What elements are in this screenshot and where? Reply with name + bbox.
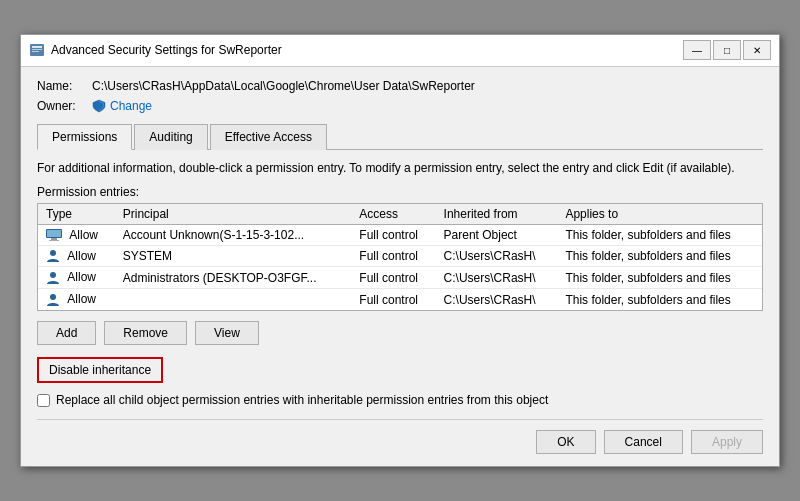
cell-access-3: Full control [351,289,435,310]
computer-icon [46,228,65,242]
cell-inherited-0: Parent Object [436,224,558,245]
tab-permissions[interactable]: Permissions [37,124,132,150]
cell-applies-3: This folder, subfolders and files [557,289,762,310]
bottom-buttons: OK Cancel Apply [37,419,763,454]
col-inherited: Inherited from [436,204,558,225]
name-row: Name: C:\Users\CRasH\AppData\Local\Googl… [37,79,763,93]
cell-access-0: Full control [351,224,435,245]
user-icon [46,249,63,263]
svg-rect-2 [32,49,42,50]
cell-principal-1: SYSTEM [115,245,352,267]
name-value: C:\Users\CRasH\AppData\Local\Google\Chro… [92,79,475,93]
cell-type: Allow [38,224,115,245]
cell-access-1: Full control [351,245,435,267]
info-text: For additional information, double-click… [37,160,763,177]
permissions-label: Permission entries: [37,185,763,199]
change-link[interactable]: Change [92,99,152,113]
permissions-table: Type Principal Access Inherited from App… [38,204,762,310]
table-body: Allow Account Unknown(S-1-15-3-102... Fu… [38,224,762,310]
cell-principal-0: Account Unknown(S-1-15-3-102... [115,224,352,245]
title-controls: — □ ✕ [683,40,771,60]
name-label: Name: [37,79,92,93]
remove-button[interactable]: Remove [104,321,187,345]
col-access: Access [351,204,435,225]
checkbox-row: Replace all child object permission entr… [37,393,763,407]
disable-inheritance-button[interactable]: Disable inheritance [37,357,163,383]
cell-inherited-1: C:\Users\CRasH\ [436,245,558,267]
svg-rect-3 [32,51,39,52]
svg-rect-1 [32,46,42,48]
table-row[interactable]: Allow Administrators (DESKTOP-O3FGF... F… [38,267,762,289]
col-principal: Principal [115,204,352,225]
table-row[interactable]: Allow Full control C:\Users\CRasH\ This … [38,289,762,310]
svg-rect-6 [51,238,57,240]
cell-principal-2: Administrators (DESKTOP-O3FGF... [115,267,352,289]
cell-applies-1: This folder, subfolders and files [557,245,762,267]
cancel-button[interactable]: Cancel [604,430,683,454]
title-bar: Advanced Security Settings for SwReporte… [21,35,779,67]
cell-type-1: Allow [38,245,115,267]
ok-button[interactable]: OK [536,430,595,454]
cell-type-2: Allow [38,267,115,289]
svg-point-10 [50,294,56,300]
window-title: Advanced Security Settings for SwReporte… [51,43,683,57]
view-button[interactable]: View [195,321,259,345]
main-window: Advanced Security Settings for SwReporte… [20,34,780,467]
cell-applies-2: This folder, subfolders and files [557,267,762,289]
maximize-button[interactable]: □ [713,40,741,60]
action-buttons-row: Add Remove View [37,321,763,345]
user-icon [46,270,63,284]
tabs-container: Permissions Auditing Effective Access [37,123,763,150]
user-icon [46,292,63,306]
minimize-button[interactable]: — [683,40,711,60]
owner-label: Owner: [37,99,92,113]
owner-row: Owner: Change [37,99,763,113]
apply-button[interactable]: Apply [691,430,763,454]
change-label: Change [110,99,152,113]
replace-permissions-checkbox[interactable] [37,394,50,407]
cell-inherited-3: C:\Users\CRasH\ [436,289,558,310]
permissions-table-container: Type Principal Access Inherited from App… [37,203,763,311]
table-row[interactable]: Allow Account Unknown(S-1-15-3-102... Fu… [38,224,762,245]
col-type: Type [38,204,115,225]
close-button[interactable]: ✕ [743,40,771,60]
tab-effective-access[interactable]: Effective Access [210,124,327,150]
svg-rect-5 [47,230,61,237]
add-button[interactable]: Add [37,321,96,345]
cell-applies-0: This folder, subfolders and files [557,224,762,245]
col-applies: Applies to [557,204,762,225]
cell-type-3: Allow [38,289,115,310]
svg-point-8 [50,250,56,256]
shield-icon [92,99,106,113]
checkbox-label: Replace all child object permission entr… [56,393,548,407]
window-content: Name: C:\Users\CRasH\AppData\Local\Googl… [21,67,779,466]
svg-rect-7 [49,240,59,241]
window-icon [29,42,45,58]
svg-point-9 [50,272,56,278]
table-header: Type Principal Access Inherited from App… [38,204,762,225]
cell-access-2: Full control [351,267,435,289]
table-row[interactable]: Allow SYSTEM Full control C:\Users\CRasH… [38,245,762,267]
cell-principal-3 [115,289,352,310]
cell-inherited-2: C:\Users\CRasH\ [436,267,558,289]
table-header-row: Type Principal Access Inherited from App… [38,204,762,225]
tab-auditing[interactable]: Auditing [134,124,207,150]
